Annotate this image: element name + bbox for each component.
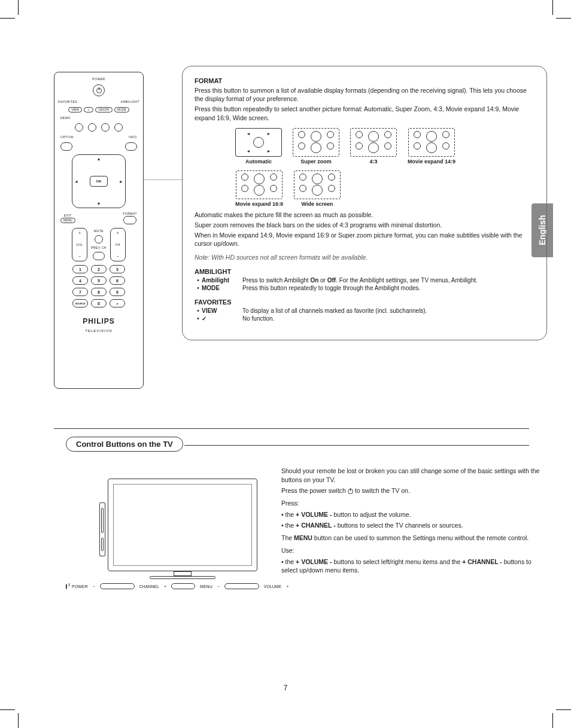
fmt-label-43: 4:3: [369, 159, 377, 165]
tv-base: [150, 576, 215, 579]
bullet-icon: •: [195, 277, 202, 284]
format-p5: When in Movie expand 14:9, Movie expand …: [195, 231, 534, 248]
ctrl-b1: • the + VOLUME - button to adjust the vo…: [281, 510, 545, 519]
demo-button: [75, 123, 83, 132]
tv-diagram: POWER − CHANNEL + MENU − VOLUME +: [66, 479, 269, 604]
format-p3: Automatic makes the picture fill the scr…: [195, 211, 534, 219]
format-wide: Wide screen: [294, 170, 341, 207]
format-note: Note: With HD sources not all screen for…: [195, 254, 534, 261]
menu-pill: [171, 583, 195, 589]
format-169: Movie expand 16:9: [235, 170, 283, 207]
fmt-label-wide: Wide screen: [302, 201, 333, 207]
format-heading: FORMAT: [195, 77, 534, 84]
favorites-row2-text: No function.: [242, 315, 534, 322]
bullet-icon: •: [195, 307, 202, 314]
num-8: 8: [91, 288, 107, 296]
ambilight-heading: AMBILIGHT: [195, 268, 534, 275]
ambilight-row1-text: Press to switch Ambilight On or Off. For…: [242, 277, 534, 284]
format-diagrams-row2: Movie expand 16:9 Wide screen: [235, 170, 534, 207]
ctrl-p2: Press the power switch to switch the TV …: [281, 486, 545, 495]
format-button: [123, 216, 136, 224]
num-3: 3: [110, 265, 125, 273]
favorites-table: • VIEW To display a list of all channels…: [195, 307, 534, 322]
ambilight-label: AMBILIGHT: [121, 100, 139, 103]
vol-label: VOL: [76, 243, 83, 246]
prevch-button: [93, 252, 105, 260]
info-button: [125, 142, 137, 151]
vol-rocker: +VOL−: [72, 228, 87, 261]
connector-line: [144, 179, 182, 187]
ctrl-p3: The MENU button can be used to summon th…: [281, 534, 545, 543]
crop-mark: [552, 0, 553, 15]
tv-menu-label: MENU: [200, 584, 212, 589]
tv-button-labels: POWER − CHANNEL + MENU − VOLUME +: [66, 583, 269, 589]
favorites-row1-label: VIEW: [202, 307, 242, 314]
fmt-label-169: Movie expand 16:9: [235, 201, 283, 207]
power-label: POWER: [92, 77, 105, 81]
ambilight-row1-label: Ambilight: [202, 277, 242, 284]
channel-pill: [100, 583, 135, 589]
fmt-label-superzoom: Super zoom: [300, 159, 332, 165]
color-button: [101, 123, 110, 132]
check-button: ✓: [84, 107, 93, 112]
fmt-label-149: Movie expand 14:9: [408, 159, 455, 165]
format-superzoom: Super zoom: [293, 128, 339, 165]
format-43: 4:3: [350, 128, 397, 165]
menu-button: MENU: [60, 218, 75, 223]
page: English POWER FAVORITES AMBILIGHT VIEW ✓…: [30, 24, 541, 704]
volume-pill: [224, 583, 259, 589]
format-p2: Press this button repeatedly to select a…: [195, 105, 534, 121]
num-0: 0: [91, 299, 107, 307]
brand-logo: PHILIPS: [83, 317, 115, 325]
num-dot: •: [110, 299, 125, 307]
mute-button: [95, 235, 103, 243]
ctrl-use: Use:: [281, 546, 545, 555]
down-arrow-icon: ▼: [97, 202, 101, 206]
crop-mark: [0, 18, 15, 19]
crop-mark: [556, 709, 571, 710]
tv-volume-label: VOLUME: [264, 584, 282, 589]
ok-button: OK: [90, 176, 108, 187]
ambilight-table: • Ambilight Press to switch Ambilight On…: [195, 277, 534, 291]
up-arrow-icon: ▲: [97, 157, 101, 161]
control-buttons-heading: Control Buttons on the TV: [66, 437, 183, 452]
side-controls: [99, 502, 105, 556]
nav-ring: ▲ ▼ ◄ ► OK: [72, 154, 126, 208]
heading-rule: [184, 445, 529, 446]
power-icon: [66, 584, 67, 589]
tv-channel-label: CHANNEL: [139, 584, 159, 589]
content-box: FORMAT Press this button to summon a lis…: [182, 66, 547, 340]
num-4: 4: [72, 276, 88, 285]
tv-stand: [174, 571, 192, 576]
ctrl-p1: Should your remote be lost or broken you…: [281, 467, 545, 484]
fmt-label-automatic: Automatic: [245, 159, 272, 165]
tv-power-label: POWER: [72, 584, 87, 589]
format-diagrams-row1: ◄►◄► Automatic Super zoom 4:3 Movie expa…: [235, 128, 534, 165]
info-label: INFO: [129, 135, 137, 139]
demo-label: DEMO: [60, 116, 71, 120]
num-5: 5: [91, 276, 107, 285]
crop-mark: [18, 0, 19, 15]
color-button: [88, 123, 96, 132]
ambilight-row2-text: Press this button repeatedly to toggle t…: [242, 285, 534, 291]
control-buttons-text: Should your remote be lost or broken you…: [281, 467, 545, 577]
ambilight-row2-label: MODE: [202, 285, 242, 291]
crop-mark: [552, 713, 553, 728]
mode-button: MODE: [114, 107, 129, 112]
format-149: Movie expand 14:9: [408, 128, 455, 165]
format-automatic: ◄►◄► Automatic: [235, 128, 282, 165]
page-number: 7: [30, 684, 541, 692]
favorites-heading: FAVORITES: [195, 298, 534, 306]
divider-line: [54, 428, 529, 429]
format-p4: Super zoom removes the black bars on the…: [195, 221, 534, 229]
format-label: FORMAT: [123, 212, 137, 215]
left-arrow-icon: ◄: [74, 179, 78, 184]
format-p1: Press this button to summon a list of av…: [195, 86, 534, 103]
option-label: OPTION: [60, 135, 74, 139]
favorites-row2-label: ✓: [202, 315, 242, 322]
crop-mark: [18, 713, 19, 728]
ch-label: CH: [116, 243, 120, 246]
option-button: [60, 142, 72, 151]
num-1: 1: [72, 265, 88, 273]
favorites-row1-text: To display a list of all channels marked…: [242, 307, 534, 314]
